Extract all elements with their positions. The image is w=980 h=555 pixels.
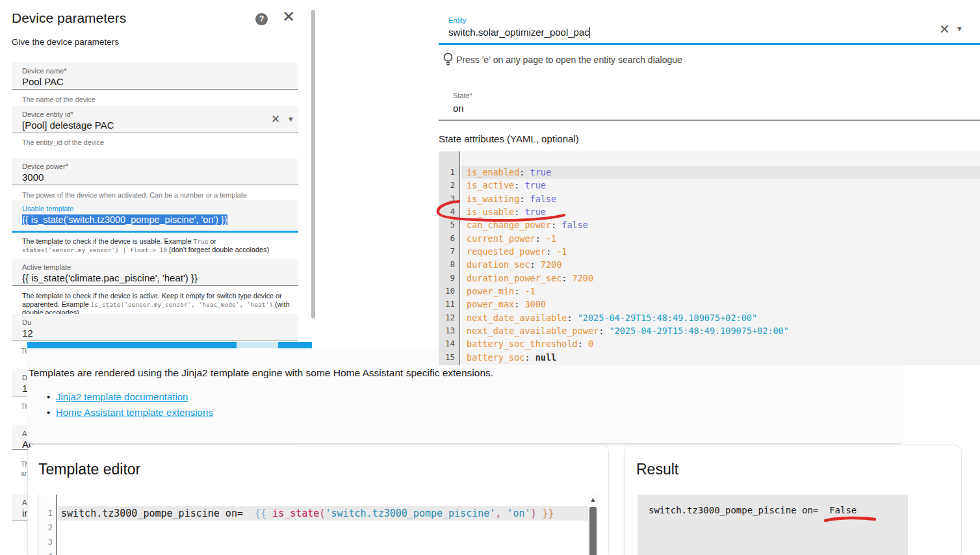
dialog-scrollbar[interactable]: [311, 10, 315, 318]
yaml-line[interactable]: battery_soc: null: [461, 351, 980, 364]
dialog-title: Device parameters: [12, 10, 126, 26]
entity-input[interactable]: switch.solar_optimizer_pool_pac: [448, 27, 590, 38]
yaml-line[interactable]: next_date_available: "2025-04-29T15:48:4…: [461, 311, 980, 324]
device-entity-id-label: Device entity id*: [22, 110, 298, 119]
device-entity-id-value: [Pool] delestage PAC: [22, 119, 298, 132]
bullet-icon: •: [47, 407, 50, 418]
template-editor-line[interactable]: [58, 535, 588, 549]
line-number: 5: [439, 218, 459, 231]
line-number: 1: [439, 166, 459, 179]
yaml-line[interactable]: next_date_available_power: "2025-04-29T1…: [461, 324, 980, 337]
line-number: 15: [439, 351, 459, 364]
close-icon[interactable]: ✕: [282, 9, 295, 25]
yaml-line[interactable]: requested_power: -1: [461, 245, 980, 258]
template-editor-line[interactable]: switch.tz3000_pompe_piscine on= {{ is_st…: [58, 506, 588, 521]
active-template-value: {{ is_state('climate.pac_piscine', 'heat…: [22, 272, 298, 285]
usable-template-value: {{ is_state('switch.tz3000_pompe_piscine…: [22, 214, 227, 225]
yaml-line[interactable]: duration_power_sec: 7200: [461, 272, 980, 285]
state-attributes-title: State attributes (YAML, optional): [439, 133, 579, 144]
device-entity-id-field[interactable]: Device entity id* [Pool] delestage PAC ✕…: [12, 106, 298, 133]
line-number: 4: [38, 549, 56, 555]
entity-dropdown-icon[interactable]: ▼: [956, 25, 963, 32]
clipped-field-1[interactable]: Du 12: [12, 314, 298, 341]
device-name-value: Pool PAC: [22, 75, 298, 88]
device-power-value: 3000: [22, 171, 298, 184]
clear-icon[interactable]: ✕: [271, 112, 280, 126]
bullet-icon: •: [47, 391, 50, 402]
lightbulb-icon: [443, 52, 454, 67]
line-number: 2: [38, 521, 56, 535]
editor-scrollbar[interactable]: ▲: [588, 495, 598, 555]
entity-search-tip: Press 'e' on any page to open the entity…: [456, 55, 682, 65]
line-number: 6: [439, 232, 459, 245]
active-template-field[interactable]: Active template {{ is_state('climate.pac…: [12, 259, 298, 286]
device-entity-id-helper: The entity_id of the device: [22, 138, 104, 147]
dialog-subtitle: Give the device parameters: [12, 37, 119, 47]
yaml-line[interactable]: current_power: -1: [461, 232, 980, 245]
template-editor-title: Template editor: [38, 461, 140, 478]
yaml-line[interactable]: is_usable: true: [461, 205, 980, 218]
help-icon[interactable]: ?: [255, 13, 268, 25]
line-number: 1: [38, 506, 56, 521]
entity-value: switch.solar_optimizer_pool_pac: [448, 27, 589, 38]
scrollbar-thumb[interactable]: [589, 507, 597, 555]
device-name-field[interactable]: Device name* Pool PAC: [12, 62, 298, 90]
line-number: 14: [439, 337, 459, 350]
usable-template-label: Usable template: [22, 205, 298, 213]
clipped-field-1-label: Du: [22, 318, 298, 327]
usable-template-helper: The template to check if the device is u…: [22, 237, 307, 254]
yaml-code[interactable]: is_enabled: trueis_active: trueis_waitin…: [461, 151, 980, 365]
device-power-helper: The power of the device when activated. …: [22, 191, 247, 200]
chevron-down-icon[interactable]: ▼: [287, 115, 294, 123]
yaml-line[interactable]: power_min: -1: [461, 285, 980, 298]
result-card: Result switch.tz3000_pompe_piscine on= F…: [624, 445, 962, 555]
entity-field-underline: [439, 43, 980, 45]
line-number: 2: [439, 179, 459, 192]
template-editor-input[interactable]: 1234 switch.tz3000_pompe_piscine on= {{ …: [38, 495, 598, 555]
line-number: 3: [439, 192, 459, 205]
line-number: 8: [439, 258, 459, 271]
state-field-underline: [439, 120, 980, 121]
horizontal-scrollbar[interactable]: [27, 342, 312, 348]
yaml-line[interactable]: can_change_power: false: [461, 218, 980, 231]
line-number: 12: [439, 311, 459, 324]
line-number: 10: [439, 285, 459, 298]
yaml-gutter: 123456789101112131415: [439, 151, 460, 365]
text-cursor: [589, 27, 591, 38]
line-number: 3: [38, 535, 56, 549]
yaml-line[interactable]: is_waiting: false: [461, 192, 980, 205]
device-name-helper: The name of the device: [22, 96, 96, 104]
jinja2-docs-link[interactable]: Jinja2 template documentation: [56, 391, 188, 402]
device-power-label: Device power*: [22, 162, 298, 171]
line-number: 9: [439, 272, 459, 285]
template-editor-card: Template editor 1234 switch.tz3000_pompe…: [27, 445, 609, 555]
result-prefix: switch.tz3000_pompe_piscine on=: [649, 505, 829, 515]
template-editor-code[interactable]: switch.tz3000_pompe_piscine on= {{ is_st…: [58, 495, 588, 555]
line-number: 13: [439, 324, 459, 337]
result-text: switch.tz3000_pompe_piscine on= False: [649, 505, 857, 515]
yaml-line[interactable]: is_active: true: [461, 179, 980, 192]
template-editor-line[interactable]: [58, 549, 588, 555]
template-editor-line[interactable]: [58, 521, 588, 535]
yaml-line[interactable]: battery_soc_threshold: 0: [461, 337, 980, 350]
active-template-label: Active template: [22, 263, 298, 272]
scrollbar-gap: [237, 342, 278, 348]
usable-template-field[interactable]: Usable template {{ is_state('switch.tz30…: [12, 200, 298, 233]
clipped-field-1-value: 12: [22, 327, 298, 340]
yaml-line[interactable]: power_max: 3000: [461, 298, 980, 311]
scroll-up-icon[interactable]: ▲: [588, 495, 598, 505]
set-state-panel: Entity switch.solar_optimizer_pool_pac ✕…: [439, 0, 980, 365]
entity-clear-icon[interactable]: ✕: [939, 21, 950, 37]
entity-label: Entity: [448, 16, 467, 24]
state-label: State*: [453, 92, 472, 99]
ha-template-extensions-link[interactable]: Home Assistant template extensions: [56, 407, 213, 418]
line-number: 7: [439, 245, 459, 258]
device-power-field[interactable]: Device power* 3000: [12, 158, 298, 185]
yaml-line[interactable]: is_enabled: true: [461, 166, 980, 179]
focused-underline: [12, 231, 298, 233]
result-output-box: switch.tz3000_pompe_piscine on= False: [638, 495, 908, 555]
yaml-editor[interactable]: 123456789101112131415 is_enabled: trueis…: [439, 151, 980, 365]
template-editor-gutter: 1234: [38, 495, 57, 555]
state-input[interactable]: on: [453, 103, 464, 114]
yaml-line[interactable]: duration_sec: 7200: [461, 258, 980, 271]
